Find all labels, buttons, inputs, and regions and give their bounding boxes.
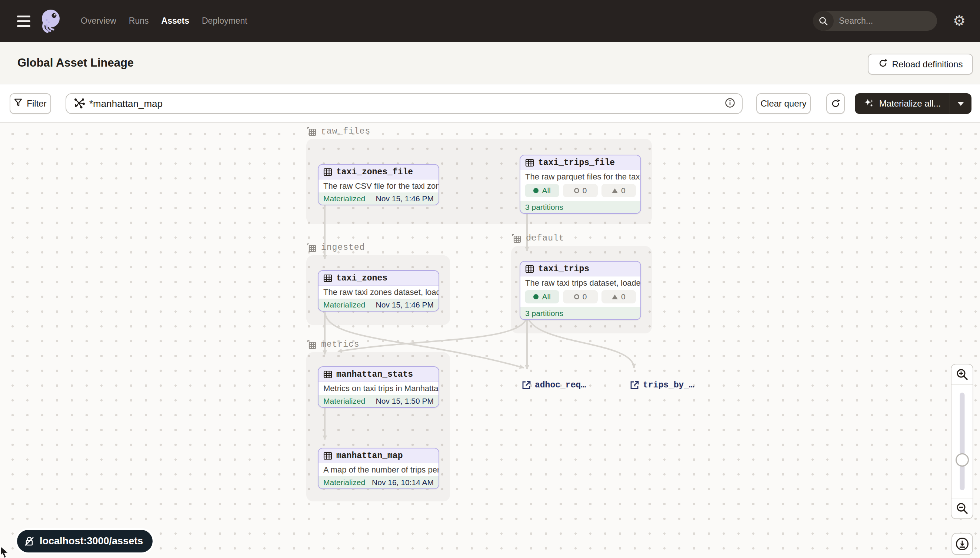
asset-node-taxi-trips-file[interactable]: taxi_trips_file The raw parquet files fo… [520, 155, 641, 214]
asset-node-taxi-zones[interactable]: taxi_zones The raw taxi zones dataset, l… [318, 270, 439, 312]
asset-status-bar: Materialized Nov 15, 1:46 PM [318, 299, 438, 311]
insecure-lock-icon [24, 536, 35, 547]
asset-status-bar: Materialized Nov 15, 1:50 PM [318, 395, 438, 407]
table-icon [323, 167, 332, 177]
group-name: metrics [321, 340, 360, 349]
group-label-metrics[interactable]: metrics [306, 338, 360, 351]
zoom-slider[interactable] [952, 385, 973, 498]
materialize-all-label: Materialize all... [879, 98, 941, 109]
group-name: ingested [321, 243, 365, 252]
filter-button-label: Filter [27, 98, 46, 109]
zoom-slider-track[interactable] [960, 392, 964, 490]
circle-outline-icon [574, 294, 579, 299]
status-timestamp: Nov 15, 1:50 PM [376, 397, 434, 405]
download-view-button[interactable] [952, 533, 973, 555]
asset-group-icon [306, 126, 317, 136]
reload-definitions-button[interactable]: Reload definitions [868, 54, 973, 75]
partitions-materialized-badge[interactable]: All [525, 184, 559, 197]
asset-status-bar: 3 partitions [520, 201, 641, 213]
group-label-default[interactable]: default [511, 232, 565, 245]
table-icon [525, 158, 534, 167]
status-label: Materialized [323, 478, 365, 487]
dot-icon [533, 294, 539, 299]
search-input[interactable] [834, 16, 937, 26]
materialize-all-main[interactable]: Materialize all... [855, 93, 950, 114]
table-icon [323, 370, 332, 379]
asset-name: taxi_trips [538, 264, 589, 274]
dagster-global-asset-lineage: Overview Runs Assets Deployment / ⚙ Glob… [0, 0, 980, 558]
table-icon [525, 264, 534, 274]
group-label-raw-files[interactable]: raw_files [306, 125, 371, 138]
global-search[interactable]: / [813, 11, 937, 31]
asset-name: taxi_zones [336, 274, 387, 283]
chevron-down-icon [957, 102, 964, 106]
table-icon [323, 451, 332, 460]
settings-gear-icon[interactable]: ⚙ [952, 13, 967, 28]
page-title: Global Asset Lineage [17, 56, 134, 70]
asset-node-taxi-trips[interactable]: taxi_trips The raw taxi trips dataset, l… [520, 261, 641, 320]
asset-node-taxi-zones-file[interactable]: taxi_zones_file The raw CSV file for the… [318, 164, 439, 205]
hamburger-menu-icon[interactable] [17, 14, 30, 28]
search-icon [813, 11, 834, 31]
asset-description: The raw CSV file for the taxi zones dat.… [318, 179, 438, 192]
asset-node-manhattan-stats[interactable]: manhattan_stats Metrics on taxi trips in… [318, 366, 439, 408]
query-info-icon[interactable] [725, 98, 735, 110]
status-label: Materialized [323, 194, 365, 203]
zoom-out-icon [956, 502, 968, 515]
mouse-cursor [0, 547, 11, 558]
partition-badges: All 0 0 [520, 183, 641, 201]
refresh-query-button[interactable] [826, 93, 845, 114]
asset-group-icon [511, 233, 522, 243]
reload-icon [878, 59, 888, 70]
asset-status-bar: Materialized Nov 16, 10:14 AM [318, 476, 438, 488]
triangle-icon [612, 295, 618, 299]
zoom-in-icon [956, 368, 968, 381]
asset-name: taxi_trips_file [538, 158, 615, 167]
external-asset-label: adhoc_req… [535, 381, 586, 390]
nav-item-runs[interactable]: Runs [129, 16, 149, 26]
external-asset-trips-by-week[interactable]: trips_by_… [630, 381, 694, 390]
status-label: Materialized [323, 300, 365, 309]
partitions-materialized-badge[interactable]: All [525, 290, 559, 304]
dot-icon [533, 188, 539, 193]
zoom-in-button[interactable] [952, 364, 973, 385]
asset-node-manhattan-map[interactable]: manhattan_map A map of the number of tri… [318, 448, 439, 489]
badge-label: 0 [583, 186, 587, 195]
partitions-count: 3 partitions [525, 309, 563, 318]
query-value[interactable]: *manhattan_map [89, 98, 725, 110]
clear-query-button[interactable]: Clear query [756, 93, 811, 114]
partitions-missing-badge[interactable]: 0 [563, 184, 598, 197]
status-url: localhost:3000/assets [40, 535, 143, 547]
page-header: Global Asset Lineage Reload definitions [0, 42, 980, 84]
partitions-failed-badge[interactable]: 0 [601, 184, 636, 197]
zoom-slider-thumb[interactable] [955, 453, 969, 467]
asset-status-bar: 3 partitions [520, 307, 641, 319]
zoom-out-button[interactable] [952, 498, 973, 519]
materialize-all-button[interactable]: Materialize all... [855, 93, 972, 114]
partitions-failed-badge[interactable]: 0 [601, 290, 636, 304]
badge-label: All [542, 186, 550, 195]
status-label: Materialized [323, 397, 365, 405]
browser-status-bar: localhost:3000/assets [17, 530, 153, 553]
dagster-logo-icon[interactable] [38, 8, 64, 35]
group-label-ingested[interactable]: ingested [306, 241, 365, 254]
external-asset-adhoc-request[interactable]: adhoc_req… [522, 381, 586, 390]
partition-badges: All 0 0 [520, 289, 641, 307]
external-link-icon [630, 381, 639, 390]
download-icon [955, 537, 969, 551]
nav-item-assets[interactable]: Assets [161, 16, 189, 26]
nav-item-deployment[interactable]: Deployment [202, 16, 247, 26]
asset-query-input[interactable]: *manhattan_map [66, 93, 743, 114]
triangle-icon [612, 188, 618, 193]
partitions-missing-badge[interactable]: 0 [563, 290, 598, 304]
filter-funnel-icon [14, 98, 22, 109]
materialize-options-caret[interactable] [950, 93, 972, 114]
nav-item-overview[interactable]: Overview [81, 16, 116, 26]
group-name: raw_files [321, 126, 371, 136]
filter-button[interactable]: Filter [10, 93, 51, 114]
table-icon [323, 274, 332, 283]
asset-name: taxi_zones_file [336, 167, 413, 177]
lineage-query-icon [73, 97, 85, 110]
external-asset-label: trips_by_… [643, 381, 694, 390]
status-timestamp: Nov 16, 10:14 AM [372, 478, 434, 487]
